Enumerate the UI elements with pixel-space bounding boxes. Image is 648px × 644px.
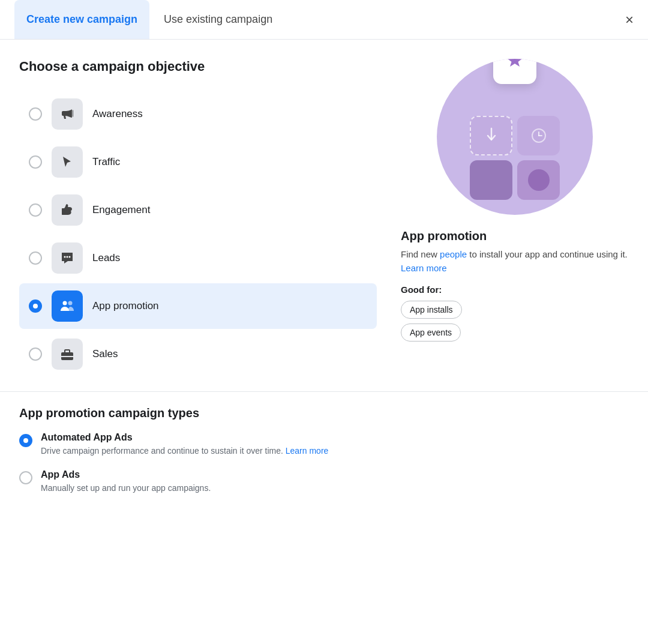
sales-icon-box bbox=[52, 339, 83, 370]
tags-container: App installs App events bbox=[401, 301, 629, 342]
objective-item-leads[interactable]: Leads bbox=[19, 235, 377, 281]
svg-point-1 bbox=[67, 256, 68, 258]
clock-icon bbox=[530, 127, 548, 145]
svg-point-3 bbox=[63, 301, 67, 305]
sales-label: Sales bbox=[92, 348, 118, 360]
main-content: Choose a campaign objective Awareness bbox=[0, 40, 648, 391]
tag-app-events: App events bbox=[401, 324, 461, 342]
header: Create new campaign Use existing campaig… bbox=[0, 0, 648, 40]
megaphone-icon bbox=[59, 106, 76, 122]
people-link[interactable]: people bbox=[440, 249, 467, 259]
type-desc-automated: Drive campaign performance and continue … bbox=[41, 445, 328, 457]
bottom-section: App promotion campaign types Automated A… bbox=[0, 391, 648, 513]
leads-icon-box bbox=[52, 242, 83, 274]
objective-item-engagement[interactable]: Engagement bbox=[19, 187, 377, 233]
objective-list: Awareness Traffic bbox=[19, 91, 377, 377]
tab-create-new-campaign[interactable]: Create new campaign bbox=[14, 0, 149, 39]
people-icon bbox=[59, 298, 76, 314]
type-info-app-ads: App Ads Manually set up and run your app… bbox=[41, 469, 211, 495]
automated-learn-more-link[interactable]: Learn more bbox=[286, 446, 329, 456]
app-promotion-label: App promotion bbox=[92, 300, 159, 312]
app-promotion-illustration bbox=[437, 59, 593, 215]
thumbsup-icon bbox=[59, 202, 76, 218]
radio-traffic[interactable] bbox=[29, 155, 42, 169]
detail-description: Find new people to install your app and … bbox=[401, 248, 629, 275]
star-icon bbox=[503, 59, 527, 74]
campaign-type-list: Automated App Ads Drive campaign perform… bbox=[19, 432, 629, 494]
awareness-icon-box bbox=[52, 98, 83, 130]
objective-item-awareness[interactable]: Awareness bbox=[19, 91, 377, 137]
close-button[interactable]: × bbox=[625, 13, 634, 27]
left-panel: Choose a campaign objective Awareness bbox=[19, 59, 377, 377]
good-for-label: Good for: bbox=[401, 284, 629, 295]
campaign-types-title: App promotion campaign types bbox=[19, 406, 629, 420]
briefcase-icon bbox=[59, 346, 76, 363]
awareness-label: Awareness bbox=[92, 108, 143, 120]
type-name-automated: Automated App Ads bbox=[41, 432, 328, 443]
engagement-icon-box bbox=[52, 194, 83, 226]
tab-use-existing-campaign[interactable]: Use existing campaign bbox=[152, 0, 284, 39]
tag-app-installs: App installs bbox=[401, 301, 462, 319]
traffic-label: Traffic bbox=[92, 156, 120, 168]
download-arrow-icon bbox=[485, 127, 498, 144]
app-promotion-icon-box bbox=[52, 290, 83, 322]
objective-item-app-promotion[interactable]: App promotion bbox=[19, 283, 377, 329]
learn-more-link[interactable]: Learn more bbox=[401, 263, 447, 273]
radio-sales[interactable] bbox=[29, 348, 42, 361]
radio-app-ads[interactable] bbox=[19, 471, 32, 484]
star-card bbox=[493, 59, 536, 84]
svg-rect-6 bbox=[61, 356, 73, 357]
campaign-type-app-ads[interactable]: App Ads Manually set up and run your app… bbox=[19, 469, 629, 495]
leads-label: Leads bbox=[92, 252, 120, 264]
right-panel: App promotion Find new people to install… bbox=[401, 59, 629, 377]
radio-awareness[interactable] bbox=[29, 107, 42, 121]
engagement-label: Engagement bbox=[92, 204, 150, 216]
app-cell-clock bbox=[517, 116, 560, 155]
radio-app-promotion[interactable] bbox=[29, 299, 42, 313]
cursor-icon bbox=[59, 154, 76, 170]
radio-leads[interactable] bbox=[29, 251, 42, 265]
type-desc-app-ads: Manually set up and run your app campaig… bbox=[41, 483, 211, 495]
radio-engagement[interactable] bbox=[29, 203, 42, 217]
campaign-type-automated[interactable]: Automated App Ads Drive campaign perform… bbox=[19, 432, 629, 457]
type-info-automated: Automated App Ads Drive campaign perform… bbox=[41, 432, 328, 457]
radio-automated[interactable] bbox=[19, 434, 32, 447]
objective-item-traffic[interactable]: Traffic bbox=[19, 139, 377, 185]
svg-point-0 bbox=[64, 256, 66, 258]
chat-icon bbox=[59, 250, 76, 266]
app-cell-dark bbox=[470, 160, 512, 200]
svg-point-4 bbox=[68, 301, 73, 305]
svg-point-2 bbox=[69, 256, 71, 258]
section-title: Choose a campaign objective bbox=[19, 59, 377, 74]
app-cell-purple bbox=[517, 160, 560, 200]
objective-item-sales[interactable]: Sales bbox=[19, 331, 377, 377]
app-cell-dashed bbox=[470, 116, 512, 155]
traffic-icon-box bbox=[52, 146, 83, 178]
detail-title: App promotion bbox=[401, 229, 629, 243]
type-name-app-ads: App Ads bbox=[41, 469, 211, 480]
